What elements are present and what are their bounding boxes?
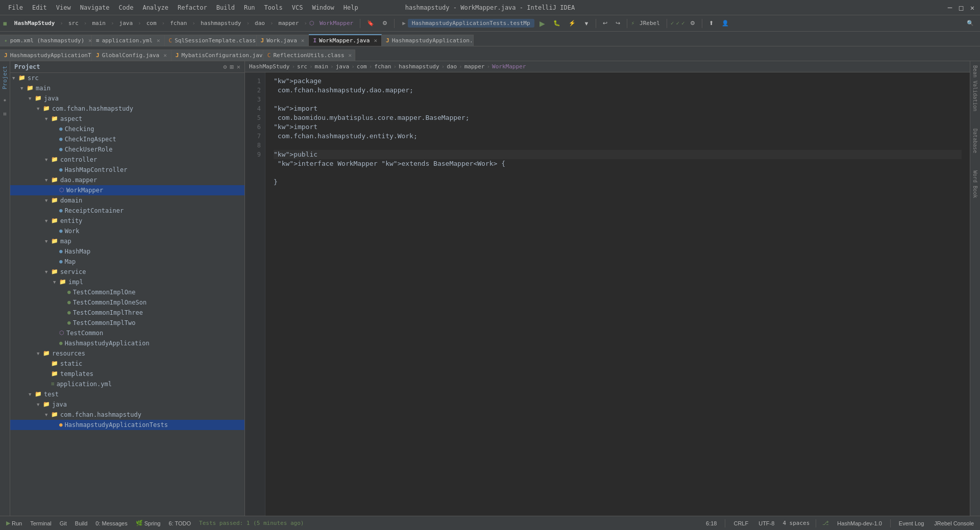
tab-globalconfig-close[interactable]: ✕ [163,52,167,59]
line-ending-btn[interactable]: CRLF [731,519,750,527]
tree-item[interactable]: ●Checking [10,124,244,134]
redo-button[interactable]: ↪ [612,19,623,28]
tree-item[interactable]: ●HashmapstudyApplication [10,338,244,348]
debug-button[interactable]: 🐛 [550,19,564,28]
tab-work[interactable]: J Work.java ✕ [257,35,309,46]
tree-item[interactable]: ▼📁dao.mapper [10,175,244,185]
breadcrumb-java[interactable]: java [116,19,136,28]
tree-item[interactable]: ▼📁com.fchan.hashmapstudy [10,410,244,420]
tree-item[interactable]: ▼📁test [10,389,244,399]
run-status-btn[interactable]: ▶ Run [4,519,24,527]
breadcrumb-main[interactable]: main [89,19,109,28]
tree-item[interactable]: ▼📁entity [10,216,244,226]
menu-tools[interactable]: Tools [260,3,287,12]
tree-item[interactable]: ▼📁src [10,73,244,83]
terminal-btn[interactable]: Terminal [28,519,54,527]
tree-item[interactable]: ⬡WorkMapper [10,185,244,195]
breadcrumb-src[interactable]: src [65,19,82,28]
bookmark-button[interactable]: 🔖 [364,19,377,28]
more-run-button[interactable]: ▼ [581,19,593,28]
breadcrumb-main[interactable]: main [315,63,329,70]
tab-pom-close[interactable]: ✕ [88,37,92,44]
tree-item[interactable]: ▼📁resources [10,348,244,359]
settings-button[interactable]: ⚙ [379,19,390,28]
tree-item[interactable]: ▼📁com.fchan.hashmapstudy [10,104,244,114]
tree-item[interactable]: ≡application.yml [10,379,244,389]
tree-item[interactable]: ●TestCommonImplThree [10,308,244,318]
tree-item[interactable]: ●ReceiptContainer [10,206,244,216]
menu-file[interactable]: File [4,3,27,12]
tree-item[interactable]: ▼📁impl [10,277,244,287]
breadcrumb-hashmapstudy[interactable]: hashmapstudy [198,19,244,28]
favorites-icon[interactable]: ★ [1,95,9,106]
breadcrumb-mapper2[interactable]: mapper [464,63,485,70]
tree-item[interactable]: ●Work [10,226,244,236]
menu-edit[interactable]: Edit [28,3,51,12]
breadcrumb-fchan[interactable]: fchan [167,19,190,28]
breadcrumb-hashmapstudy2[interactable]: hashmapstudy [399,63,439,70]
tree-item[interactable]: ●HashMap [10,246,244,257]
menu-analyze[interactable]: Analyze [138,3,173,12]
tree-item[interactable]: ▼📁service [10,267,244,277]
tree-item[interactable]: ●CheckIngAspect [10,134,244,144]
tab-application[interactable]: ≡ application.yml ✕ [92,35,165,46]
tree-item[interactable]: ▼📁controller [10,155,244,165]
menu-refactor[interactable]: Refactor [174,3,211,12]
undo-button[interactable]: ↩ [600,19,610,28]
run-button[interactable]: ▶ [536,18,548,29]
tab-mybatisconfig[interactable]: J MybatisConfiguration.java ✕ [172,49,263,61]
tree-item[interactable]: ●Map [10,257,244,267]
search-button[interactable]: 🔍 [964,19,977,28]
messages-btn[interactable]: 0: Messages [93,519,129,527]
tab-workmapper-close[interactable]: ✕ [374,37,377,44]
tree-item[interactable]: ▼📁domain [10,195,244,206]
tab-workmapper[interactable]: I WorkMapper.java ✕ [309,34,382,46]
code-content[interactable]: "kw">package com.fchan.hashmapstudy.dao.… [265,72,970,516]
todo-btn[interactable]: 6: TODO [166,519,193,527]
encoding-btn[interactable]: UTF-8 [756,519,776,527]
breadcrumb-com[interactable]: com [143,19,160,28]
menu-build[interactable]: Build [212,3,239,12]
tab-sqlsession[interactable]: C SqlSessionTemplate.class ✕ [165,35,257,46]
breadcrumb-workmapper2[interactable]: WorkMapper [492,63,526,70]
code-editor[interactable]: 123456789 "kw">package com.fchan.hashmap… [245,72,970,516]
tree-item[interactable]: ●HashmapstudyApplicationTests [10,420,244,430]
menu-help[interactable]: Help [339,3,362,12]
tab-reflectionutils[interactable]: C ReflectionUtils.class ✕ [263,49,355,61]
database-icon[interactable]: Database [971,127,979,155]
word-book-icon[interactable]: Word Book [971,168,979,200]
menu-navigate[interactable]: Navigate [76,3,114,12]
menu-view[interactable]: View [52,3,75,12]
breadcrumb-dao[interactable]: dao [252,19,268,28]
breadcrumb-src[interactable]: src [297,63,307,70]
tab-work-close[interactable]: ✕ [301,37,305,44]
git-btn[interactable]: Git [58,519,69,527]
tree-item[interactable]: ●CheckUserRole [10,144,244,155]
tab-hashmapapp[interactable]: J HashmapstudyApplication.java ✕ [382,35,474,46]
build-btn[interactable]: Build [73,519,89,527]
project-panel[interactable]: Project ⚙ ⊞ ✕ ▼📁src▼📁main▼📁java▼📁com.fch… [10,61,245,516]
breadcrumb-java2[interactable]: java [336,63,350,70]
maximize-button[interactable]: □ [958,4,965,11]
breadcrumb-hashmap-study[interactable]: HashMapStudy [249,63,289,70]
tree-item[interactable]: ●TestCommonImplOneSon [10,297,244,308]
tree-item[interactable]: ▼📁java [10,399,244,410]
project-panel-icon[interactable]: Project [1,64,9,91]
profile-button[interactable]: 👤 [719,19,732,28]
menu-run[interactable]: Run [240,3,259,12]
tab-reflectionutils-close[interactable]: ✕ [349,52,352,59]
breadcrumb-mapper[interactable]: mapper [276,19,302,28]
tab-globalconfig[interactable]: J GlobalConfig.java ✕ [92,49,172,61]
menu-window[interactable]: Window [308,3,338,12]
tree-item[interactable]: ▼📁main [10,83,244,93]
tree-item[interactable]: 📁templates [10,369,244,379]
line-col-btn[interactable]: 6:18 [704,519,719,527]
bean-validation-icon[interactable]: Bean Validation [971,63,979,113]
breadcrumb-com2[interactable]: com [357,63,367,70]
project-name[interactable]: HashMapStudy [11,19,58,28]
tab-apptests[interactable]: J HashmapstudyApplicationTests.java ✕ [0,49,92,61]
menu-code[interactable]: Code [115,3,138,12]
structure-icon[interactable]: ≡ [1,110,9,118]
git-branch-btn[interactable]: HashMap-dev-1.0 [835,519,884,527]
panel-gear-icon[interactable]: ⚙ [223,63,227,70]
